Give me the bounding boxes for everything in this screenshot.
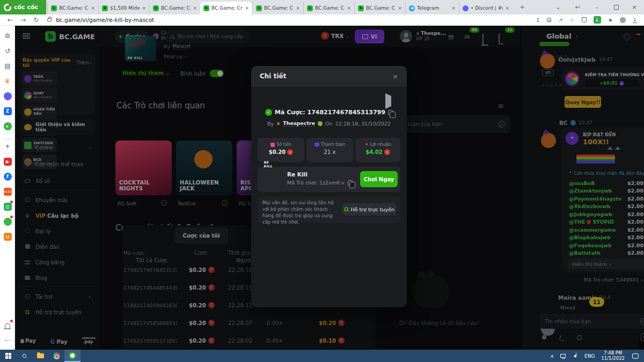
modal-close-icon[interactable]: × — [392, 72, 398, 80]
tab-bcgame-active[interactable]: b BC.Game: Crypto × — [200, 2, 252, 14]
tab-telegram[interactable]: ◀ Telegram × — [405, 2, 459, 14]
file-explorer-icon[interactable] — [32, 350, 48, 362]
play-now-label: Chơi Ngay — [364, 176, 394, 182]
tab-close-icon[interactable]: × — [142, 5, 146, 11]
tab-bcgame-4[interactable]: b BC.Game: Crypto × — [252, 2, 303, 14]
lock-icon[interactable] — [47, 18, 52, 21]
youtube-icon[interactable]: ▶ — [0, 156, 15, 167]
add-shortcut-icon[interactable]: + — [0, 141, 15, 152]
tab-close-icon[interactable]: × — [193, 5, 197, 11]
stat-profit: ♦Lợi nhuận $4.02▽ — [355, 138, 400, 162]
tab-close-icon[interactable]: × — [505, 5, 509, 11]
volume-icon[interactable] — [572, 354, 576, 358]
reload-icon[interactable]: ↻ — [33, 16, 39, 24]
stat-value: $0.20 — [269, 149, 286, 155]
vip-crown-icon[interactable]: ♛ — [0, 75, 15, 87]
windows-logo-icon — [5, 353, 11, 359]
bet-meta-row: By ♛ Thespectre On 22:28:18, 31/10/2022 — [251, 120, 407, 127]
tab-close-icon[interactable]: × — [347, 5, 351, 11]
tab-discord[interactable]: • Discord | #mu × — [459, 2, 513, 14]
tab-bcgame-1[interactable]: b BC.Game: Crypto × — [47, 2, 98, 14]
brand-label: cốc cốc — [14, 4, 38, 11]
tab-midweek[interactable]: b $1,500 Midweek × — [98, 2, 149, 14]
tab-close-icon[interactable]: × — [451, 5, 456, 11]
extensions-icon[interactable]: ★ — [608, 17, 613, 23]
tab-label: BC.Game: Crypto — [59, 5, 89, 11]
stat-value: 21 x — [324, 149, 336, 155]
clock[interactable]: 7:48 PM 11/1/2022 — [601, 351, 625, 361]
action-center-icon[interactable] — [632, 353, 639, 359]
language-indicator[interactable]: ENG — [584, 353, 595, 359]
bookmark-star-icon[interactable]: ☆ — [570, 17, 575, 23]
adblock-shield-icon[interactable] — [582, 17, 587, 23]
chrome-icon[interactable] — [48, 350, 64, 362]
copy-icon[interactable] — [388, 110, 393, 115]
coccoc-taskbar-icon[interactable] — [64, 350, 80, 362]
messenger-icon[interactable] — [0, 90, 15, 102]
verified-shield-icon: ✓ — [265, 109, 272, 116]
start-button[interactable] — [0, 350, 16, 362]
stat-label: Số tiền — [276, 142, 291, 147]
bcgame-favicon: b — [358, 5, 364, 11]
facebook-logo: f — [4, 173, 12, 181]
trx-coin-icon: ▽ — [384, 149, 390, 155]
on-label: On — [325, 121, 333, 127]
copy-icon[interactable] — [348, 180, 353, 186]
games-icon[interactable]: ▸ — [0, 120, 15, 132]
tab-close-icon[interactable]: × — [91, 5, 95, 11]
tab-bcgame-2[interactable]: b BC.Game: Crypto × — [149, 2, 200, 14]
share-icon[interactable] — [385, 96, 391, 106]
sale-shortcut-icon[interactable]: 11.11 — [0, 186, 15, 197]
video-download-icon[interactable]: ↓ — [594, 16, 601, 24]
tab-bcgame-5[interactable]: b BC.Game: Crypto × — [303, 2, 354, 14]
profile-icon[interactable] — [620, 17, 626, 23]
rail-bell-icon[interactable] — [0, 320, 15, 331]
share-icon[interactable]: ↗ — [558, 17, 562, 23]
bet-code-label: Mã Cược: — [275, 109, 305, 116]
page-viewport: b BC.GAME Đặc quyền VIP của tôi Thêm› TA… — [15, 26, 644, 350]
back-icon[interactable]: ← — [8, 16, 13, 24]
live-support-button[interactable]: Ω Hỗ trợ trực tuyến — [342, 203, 396, 216]
reopen-tab-icon[interactable]: ↩ — [568, 0, 587, 14]
minimize-button[interactable]: – — [587, 0, 606, 14]
network-icon[interactable] — [560, 354, 566, 358]
browser-toolbar: ← → ↻ bc.game/vi/game/re-kill-by-mascot … — [0, 14, 644, 26]
shop-shortcut-icon[interactable] — [0, 216, 15, 227]
sale-badge: 11.11 — [4, 188, 12, 196]
divider-line — [3, 139, 12, 139]
coccoc-logo-icon — [4, 4, 11, 11]
tab-label: BC.Game: Crypto — [366, 5, 396, 11]
amount-icon — [270, 143, 275, 147]
headset-icon: Ω — [344, 206, 349, 212]
facebook-icon[interactable]: f — [0, 171, 15, 182]
tray-expand-icon[interactable]: ∧ — [550, 353, 554, 359]
tab-bcgame-6[interactable]: b BC.Game: Crypto × — [354, 2, 405, 14]
bcgame-favicon: b — [102, 5, 108, 11]
new-tab-button[interactable]: + — [514, 0, 530, 14]
close-window-button[interactable]: × — [625, 0, 644, 14]
gift-shortcut-icon[interactable]: ◫ — [0, 201, 15, 212]
tab-close-icon[interactable]: × — [245, 5, 249, 11]
downloads-tray-icon[interactable]: ↓ — [633, 17, 637, 23]
address-bar[interactable]: bc.game/vi/game/re-kill-by-mascot — [56, 17, 536, 23]
tab-search-icon[interactable]: ⌄ — [548, 0, 568, 14]
forward-icon[interactable]: → — [20, 16, 26, 24]
history-icon[interactable]: ↺ — [0, 45, 15, 57]
play-now-button[interactable]: Chơi Ngay — [360, 171, 398, 187]
tab-close-icon[interactable]: × — [398, 5, 402, 11]
rail-more-icon[interactable]: ⋯ — [0, 335, 15, 346]
browser-side-rail: ⚙ ↺ ▤ ♛ Z ▸ + ▶ f 11.11 ◫ ⊔ ⋯ — [0, 26, 15, 350]
tab-close-icon[interactable]: × — [296, 5, 300, 11]
taskbar-search-icon[interactable] — [16, 350, 32, 362]
newsfeed-icon[interactable]: ▤ — [0, 60, 15, 72]
zalo-logo: Z — [4, 107, 12, 115]
maximize-button[interactable] — [606, 0, 626, 14]
modal-header: Chi tiết × — [251, 66, 407, 86]
bettor-name[interactable]: Thespectre — [283, 120, 315, 127]
zalo-icon[interactable]: Z — [0, 105, 15, 117]
translate-icon[interactable]: A — [547, 18, 551, 22]
cart-shortcut-icon[interactable]: ⊔ — [0, 231, 15, 242]
save-page-icon[interactable]: ↧ — [536, 17, 540, 23]
maximize-icon — [614, 5, 619, 10]
settings-gear-icon[interactable]: ⚙ — [0, 30, 15, 42]
